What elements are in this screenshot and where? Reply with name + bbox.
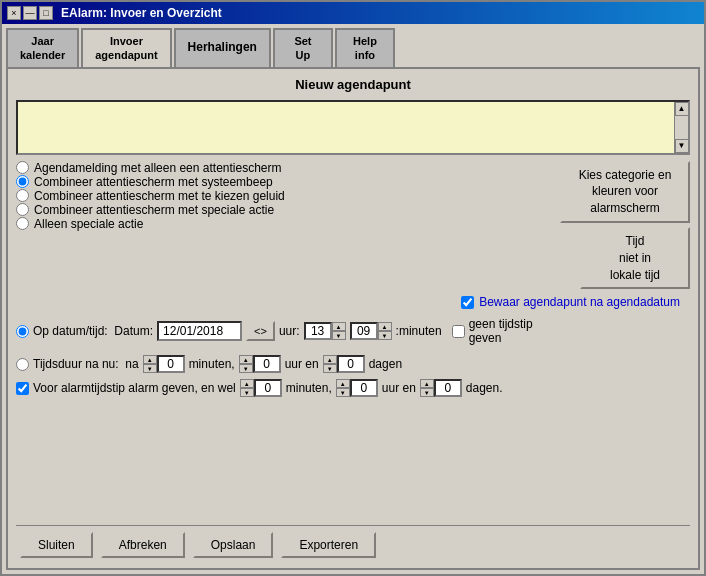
alarm-uur-up[interactable]: ▲: [336, 379, 350, 388]
alarm-minuten-label: minuten,: [286, 381, 332, 395]
alarm-min-down[interactable]: ▼: [240, 388, 254, 397]
alarm-checkbox[interactable]: [16, 382, 29, 395]
main-content: Nieuw agendapunt ▲ ▼ Agendamelding met a…: [6, 67, 700, 570]
min-input[interactable]: [350, 322, 378, 340]
alarm-min-up[interactable]: ▲: [240, 379, 254, 388]
tab-jaar-kalender[interactable]: Jaarkalender: [6, 28, 79, 67]
dur-uur-label: uur en: [285, 357, 319, 371]
main-window: × — □ EAlarm: Invoer en Overzicht Jaarka…: [0, 0, 706, 576]
alarm-dag-input[interactable]: [434, 379, 462, 397]
radio-tijdsduur[interactable]: [16, 358, 29, 371]
dur-uur-input[interactable]: [253, 355, 281, 373]
exporteren-button[interactable]: Exporteren: [281, 532, 376, 558]
datum-input[interactable]: [157, 321, 242, 341]
uur-down[interactable]: ▼: [332, 331, 346, 340]
afbreken-button[interactable]: Afbreken: [101, 532, 185, 558]
bewaar-checkbox[interactable]: [461, 296, 474, 309]
scroll-up-button[interactable]: ▲: [675, 102, 689, 116]
tijdsduur-label: Tijdsduur na nu: na: [33, 357, 139, 371]
dur-dag-up[interactable]: ▲: [323, 355, 337, 364]
tijd-button[interactable]: Tijdniet inlokale tijd: [580, 227, 690, 289]
dur-min-down[interactable]: ▼: [143, 364, 157, 373]
uur-spinner: ▲ ▼: [304, 322, 346, 340]
radio-label-1: Agendamelding met alleen een attentiesch…: [34, 161, 282, 175]
op-datum-label: Op datum/tijd: Datum:: [33, 324, 153, 338]
radio-label-3: Combineer attentiescherm met te kiezen g…: [34, 189, 285, 203]
radio-label-4: Combineer attentiescherm met speciale ac…: [34, 203, 274, 217]
radio-op-datum[interactable]: [16, 325, 29, 338]
min-up[interactable]: ▲: [378, 322, 392, 331]
alarm-uur-input[interactable]: [350, 379, 378, 397]
scrollbar-vertical: ▲ ▼: [674, 102, 688, 153]
minimize-button[interactable]: —: [23, 6, 37, 20]
opslaan-button[interactable]: Opslaan: [193, 532, 274, 558]
uur-label: uur:: [279, 324, 300, 338]
bewaar-label: Bewaar agendapunt na agendadatum: [479, 295, 680, 309]
date-row: Op datum/tijd: Datum: <> uur: ▲ ▼ ▲ ▼ :m…: [16, 317, 690, 345]
radio-opt2[interactable]: [16, 175, 29, 188]
alarm-uur-spinner: ▲ ▼: [336, 379, 378, 397]
scroll-down-button[interactable]: ▼: [675, 139, 689, 153]
no-time-label: geen tijdstipgeven: [469, 317, 533, 345]
dur-uur-spinner: ▲ ▼: [239, 355, 281, 373]
dur-min-spinner: ▲ ▼: [143, 355, 185, 373]
radio-opt5[interactable]: [16, 217, 29, 230]
agenda-text-area[interactable]: [18, 102, 674, 153]
alarm-uur-down[interactable]: ▼: [336, 388, 350, 397]
window-title: EAlarm: Invoer en Overzicht: [61, 6, 222, 20]
radio-opt4[interactable]: [16, 203, 29, 216]
dur-dag-down[interactable]: ▼: [323, 364, 337, 373]
radio-label-5: Alleen speciale actie: [34, 217, 143, 231]
no-time-group: geen tijdstipgeven: [452, 317, 533, 345]
alarm-uur-label: uur en: [382, 381, 416, 395]
window-controls: × — □: [7, 6, 53, 20]
radio-item-5: Alleen speciale actie: [16, 217, 552, 231]
bottom-buttons: Sluiten Afbreken Opslaan Exporteren: [16, 525, 690, 560]
arrows-button[interactable]: <>: [246, 321, 275, 341]
tab-bar: Jaarkalender Invoeragendapunt Herhalinge…: [2, 24, 704, 67]
section-title: Nieuw agendapunt: [16, 77, 690, 92]
dur-dag-input[interactable]: [337, 355, 365, 373]
close-button[interactable]: ×: [7, 6, 21, 20]
sluiten-button[interactable]: Sluiten: [20, 532, 93, 558]
dur-minuten-label: minuten,: [189, 357, 235, 371]
dur-uur-up[interactable]: ▲: [239, 355, 253, 364]
maximize-button[interactable]: □: [39, 6, 53, 20]
tab-help-info[interactable]: Helpinfo: [335, 28, 395, 67]
alarm-dagen-label: dagen.: [466, 381, 503, 395]
tab-herhalingen[interactable]: Herhalingen: [174, 28, 271, 67]
right-buttons: Kies categorie enkleuren vooralarmscherm…: [560, 161, 690, 290]
minuten-label: :minuten: [396, 324, 442, 338]
dur-dagen-label: dagen: [369, 357, 402, 371]
uur-input[interactable]: [304, 322, 332, 340]
min-down[interactable]: ▼: [378, 331, 392, 340]
dur-min-up[interactable]: ▲: [143, 355, 157, 364]
title-bar: × — □ EAlarm: Invoer en Overzicht: [2, 2, 704, 24]
dur-min-input[interactable]: [157, 355, 185, 373]
uur-up[interactable]: ▲: [332, 322, 346, 331]
min-spinner: ▲ ▼: [350, 322, 392, 340]
radio-opt3[interactable]: [16, 189, 29, 202]
alarm-dag-up[interactable]: ▲: [420, 379, 434, 388]
text-area-container: ▲ ▼: [16, 100, 690, 155]
radio-opt1[interactable]: [16, 161, 29, 174]
radio-label-2: Combineer attentiescherm met systeembeep: [34, 175, 273, 189]
radio-item-3: Combineer attentiescherm met te kiezen g…: [16, 189, 552, 203]
tab-invoer-agendapunt[interactable]: Invoeragendapunt: [81, 28, 171, 67]
alarm-label: Voor alarmtijdstip alarm geven, en wel: [33, 381, 236, 395]
category-button[interactable]: Kies categorie enkleuren vooralarmscherm: [560, 161, 690, 223]
alarm-dag-spinner: ▲ ▼: [420, 379, 462, 397]
middle-section: Agendamelding met alleen een attentiesch…: [16, 161, 690, 290]
alarm-dag-down[interactable]: ▼: [420, 388, 434, 397]
radio-group: Agendamelding met alleen een attentiesch…: [16, 161, 552, 231]
dur-uur-down[interactable]: ▼: [239, 364, 253, 373]
alarm-row: Voor alarmtijdstip alarm geven, en wel ▲…: [16, 379, 690, 397]
tab-set-up[interactable]: SetUp: [273, 28, 333, 67]
duration-row: Tijdsduur na nu: na ▲ ▼ minuten, ▲ ▼ uur…: [16, 355, 690, 373]
alarm-min-spinner: ▲ ▼: [240, 379, 282, 397]
radio-item-2: Combineer attentiescherm met systeembeep: [16, 175, 552, 189]
radio-item-4: Combineer attentiescherm met speciale ac…: [16, 203, 552, 217]
dur-dag-spinner: ▲ ▼: [323, 355, 365, 373]
no-time-checkbox[interactable]: [452, 325, 465, 338]
alarm-min-input[interactable]: [254, 379, 282, 397]
